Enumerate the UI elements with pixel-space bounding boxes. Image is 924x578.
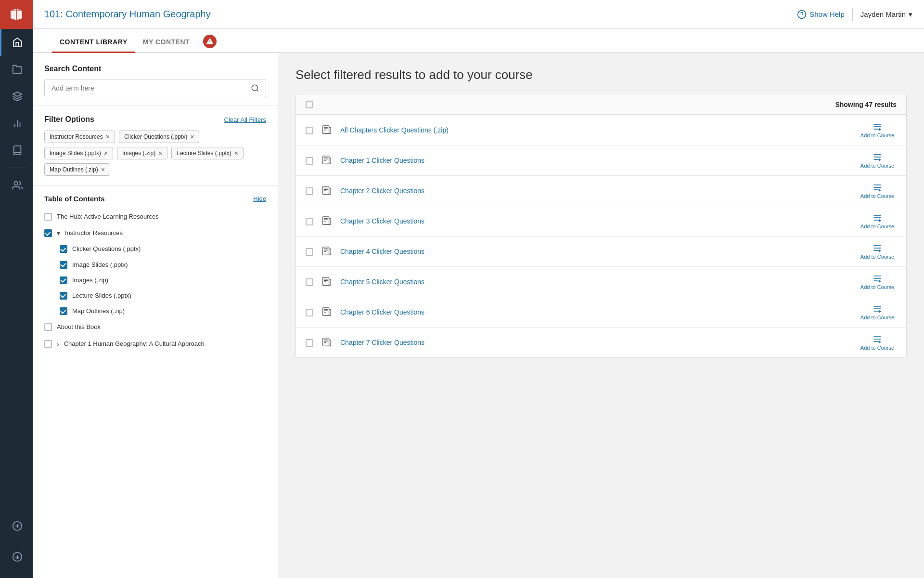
chevron-down-icon: ▾ [909,10,912,19]
add-to-course-icon-ch6 [873,304,882,314]
filter-tag-instructor-resources[interactable]: Instructor Resources × [44,131,115,143]
filter-header: Filter Options Clear All Filters [44,115,266,124]
result-title-all-chapters[interactable]: All Chapters Clicker Questions (.zip) [340,126,851,134]
result-title-ch5[interactable]: Chapter 5 Clicker Questions [340,278,851,286]
toc-checkbox-lecture[interactable] [60,292,67,300]
toc-chevron-instructor[interactable]: ▾ [57,229,60,237]
clear-all-filters-button[interactable]: Clear All Filters [224,116,266,123]
add-to-course-icon-ch7 [873,334,882,344]
add-to-course-button-ch1[interactable]: Add to Course [858,152,897,169]
toc-hide-button[interactable]: Hide [253,195,266,202]
toc-checkbox-images[interactable] [60,276,67,284]
user-menu[interactable]: Jayden Martin ▾ [860,10,912,19]
right-panel: Select filtered results to add to your c… [278,53,924,578]
search-box [44,79,266,97]
toc-chevron-chapter1[interactable]: › [57,340,59,348]
nav-home[interactable] [0,29,33,56]
toc-checkbox-image-slides[interactable] [60,261,67,269]
result-row-ch5: Chapter 5 Clicker Questions Add to Cours… [296,267,906,297]
add-to-course-button-ch3[interactable]: Add to Course [858,213,897,229]
main-container: 101: Contemporary Human Geography Show H… [33,0,924,578]
result-checkbox-ch4[interactable] [306,248,313,256]
toc-checkbox-map[interactable] [60,307,67,315]
add-to-course-icon-ch3 [873,213,882,223]
toc-checkbox-chapter1[interactable] [44,340,52,348]
svg-marker-0 [13,92,21,96]
select-all-checkbox[interactable] [306,101,313,108]
add-to-course-button-ch7[interactable]: Add to Course [858,334,897,351]
filter-tag-map-outlines[interactable]: Map Outlines (.zip) × [44,163,110,176]
toc-checkbox-instructor[interactable] [44,229,52,237]
nav-folder[interactable] [0,56,33,83]
remove-tag-clicker-icon[interactable]: × [190,133,194,140]
search-input[interactable] [45,79,244,97]
result-checkbox-ch2[interactable] [306,187,313,195]
result-row-ch4: Chapter 4 Clicker Questions Add to Cours… [296,236,906,267]
toc-checkbox-clicker[interactable] [60,245,67,253]
toc-item-lecture: Lecture Slides (.pptx) [44,288,266,303]
toc-item-about: About this Book [44,319,266,335]
topbar-divider [852,8,853,21]
filter-tag-image-slides[interactable]: Image Slides (.pptx) × [44,147,113,159]
result-checkbox-ch3[interactable] [306,218,313,225]
filter-tag-lecture-slides[interactable]: Lecture Slides (.pptx) × [171,147,244,159]
nav-book[interactable] [0,137,33,164]
svg-rect-61 [323,277,329,286]
add-to-course-button-ch6[interactable]: Add to Course [858,304,897,320]
filter-tag-images-zip[interactable]: Images (.zip) × [117,147,168,159]
result-file-icon-all-chapters [320,123,334,137]
result-checkbox-ch7[interactable] [306,339,313,347]
add-to-course-button-ch4[interactable]: Add to Course [858,243,897,260]
remove-tag-instructor-icon[interactable]: × [106,133,110,140]
add-to-course-button-ch5[interactable]: Add to Course [858,274,897,290]
results-count: Showing 47 results [835,101,897,108]
add-to-course-icon-ch1 [873,152,882,162]
toc-header: Table of Contents Hide [44,186,266,209]
result-title-ch3[interactable]: Chapter 3 Clicker Questions [340,217,851,225]
result-checkbox-ch1[interactable] [306,157,313,165]
add-to-course-icon-ch5 [873,274,882,283]
alert-badge[interactable] [203,35,217,48]
search-icon [251,84,259,92]
toc-item-clicker: Clicker Questions (.pptx) [44,241,266,257]
logo[interactable] [0,0,33,29]
nav-export[interactable] [0,543,33,570]
sidebar-divider [7,168,26,168]
svg-point-14 [252,85,257,91]
result-title-ch4[interactable]: Chapter 4 Clicker Questions [340,248,851,255]
nav-users[interactable] [0,172,33,199]
result-title-ch6[interactable]: Chapter 6 Clicker Questions [340,308,851,316]
topbar: 101: Contemporary Human Geography Show H… [33,0,924,29]
search-button[interactable] [244,79,266,97]
result-checkbox-all-chapters[interactable] [306,127,313,134]
remove-tag-lecture-icon[interactable]: × [234,150,238,157]
result-checkbox-ch6[interactable] [306,309,313,316]
remove-tag-images-icon[interactable]: × [158,150,162,157]
filter-tag-clicker-questions[interactable]: Clicker Questions (.pptx) × [119,131,200,143]
tab-content-library[interactable]: CONTENT LIBRARY [52,32,135,53]
svg-line-15 [257,90,258,91]
svg-rect-70 [323,308,329,316]
search-section: Search Content [33,53,278,105]
toc-checkbox-hub[interactable] [44,213,52,221]
result-title-ch1[interactable]: Chapter 1 Clicker Questions [340,157,851,164]
result-title-ch7[interactable]: Chapter 7 Clicker Questions [340,339,851,346]
remove-tag-map-icon[interactable]: × [101,166,105,173]
add-to-course-button-all-chapters[interactable]: Add to Course [858,122,897,138]
result-title-ch2[interactable]: Chapter 2 Clicker Questions [340,187,851,195]
show-help-button[interactable]: Show Help [797,10,845,19]
nav-chart[interactable] [0,110,33,137]
search-label: Search Content [44,65,266,73]
tab-my-content[interactable]: MY CONTENT [135,32,197,53]
toc-checkbox-about[interactable] [44,323,52,331]
add-to-course-button-ch2[interactable]: Add to Course [858,183,897,199]
result-row-ch1: Chapter 1 Clicker Questions Add to Cours… [296,145,906,176]
nav-add[interactable] [0,512,33,539]
remove-tag-image-slides-icon[interactable]: × [104,150,108,157]
results-header-row: Showing 47 results [296,94,906,115]
nav-layers[interactable] [0,83,33,110]
result-file-icon-ch5 [320,275,334,289]
topbar-right: Show Help Jayden Martin ▾ [797,8,912,21]
result-row-all-chapters: All Chapters Clicker Questions (.zip) Ad… [296,115,906,145]
result-checkbox-ch5[interactable] [306,278,313,286]
